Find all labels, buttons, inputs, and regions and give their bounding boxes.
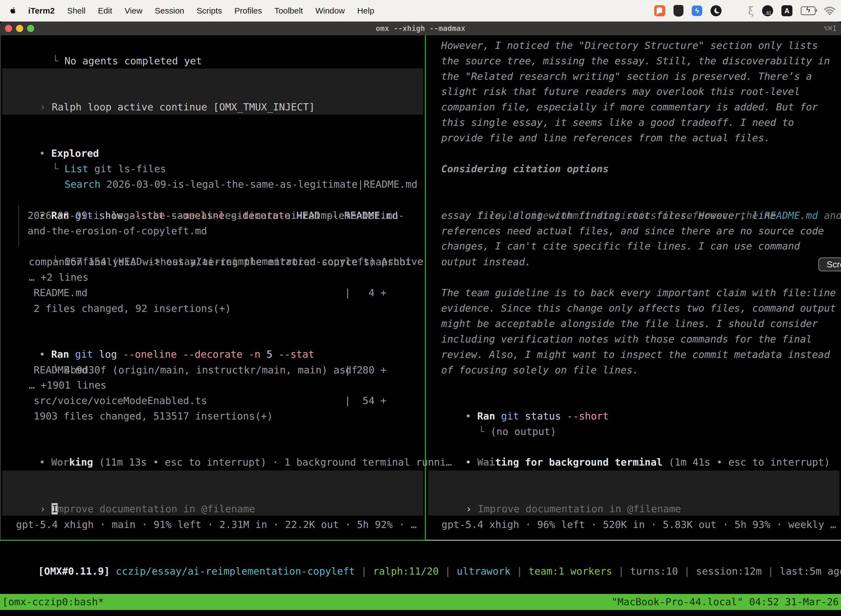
left-prompt-line[interactable]: › Improve documentation in @filename <box>4 486 255 501</box>
waiting-detail: (1m 41s • esc to interrupt) <box>662 456 830 468</box>
working-shimmer-dim: Wor <box>51 456 69 468</box>
ran-git-show-line: • Ran git show --stat --oneline --decora… <box>3 192 398 208</box>
log-output-line-1: └ 4b9d30f (origin/main, instructkr/main,… <box>16 347 357 362</box>
menu-item-iterm2[interactable]: iTerm2 <box>28 6 55 15</box>
working-detail: (11m 13s • esc to interrupt) · 1 backgro… <box>93 456 452 468</box>
menu-item-scripts[interactable]: Scripts <box>197 6 222 15</box>
wifi-icon[interactable] <box>824 6 835 15</box>
left-pane-bottom-border <box>0 540 425 541</box>
no-agents-text: No agents completed yet <box>64 55 202 66</box>
thinking-p3-line4: including verification notes with those … <box>441 331 812 347</box>
separator: | <box>510 566 528 577</box>
separator: | <box>678 566 696 577</box>
show-more-lines: … +2 lines <box>29 270 89 285</box>
omx-ralph-counter: ralph:11/20 <box>373 566 439 577</box>
no-output-text: (no output) <box>490 426 556 437</box>
search-verb: Search <box>64 179 100 190</box>
separator: | <box>355 566 373 577</box>
prompt-chevron-icon: › <box>466 503 478 515</box>
ran-git-status-line: • Ran git status --short <box>429 393 609 408</box>
explored-header-line: • Explored <box>3 130 99 146</box>
tmux-host-clock: "MacBook-Pro-44.local" 04:52 31-Mar-26 <box>611 594 839 610</box>
ran-git-log-line: • Ran git log --oneline --decorate -n 5 … <box>3 331 314 347</box>
log-more-lines: … +1901 lines <box>29 378 107 393</box>
menu-item-window[interactable]: Window <box>315 6 345 15</box>
omx-turns: turns:10 <box>630 566 678 577</box>
menu-item-help[interactable]: Help <box>357 6 374 15</box>
show-output-line-1: └ 067f154 (HEAD -> essay/ai-reimplementa… <box>16 238 423 254</box>
thinking-p1-line6: this single essay, it seems like a good … <box>441 115 794 130</box>
search-args: 2026-03-09-is-legal-the-same-as-legitima… <box>100 179 418 190</box>
input-source-icon[interactable]: A <box>781 5 793 16</box>
bullet-icon: • <box>39 456 51 468</box>
no-output-line: └ (no output) <box>442 408 556 424</box>
tmux-window-name[interactable]: [omx-cczip0:bash* <box>2 594 104 610</box>
right-prompt-line[interactable]: › Improve documentation in @filename <box>430 486 681 501</box>
left-session-status: gpt-5.4 xhigh · main · 91% left · 2.31M … <box>16 517 417 532</box>
squiggle-icon[interactable]: ξ <box>748 5 754 17</box>
pane-left-edge <box>0 35 1 541</box>
thinking-p1-line4: slight risk that future readers may over… <box>441 84 800 99</box>
omx-last-activity: last:5m ago <box>780 566 841 577</box>
thinking-p2-line4: changes, I can't cite specific file line… <box>441 238 800 254</box>
right-session-status: gpt-5.4 xhigh · 96% left · 520K in · 5.8… <box>441 517 836 532</box>
thinking-p2-line5: output instead. <box>441 254 531 270</box>
bolt-app-icon[interactable]: ϟ <box>692 6 702 16</box>
thinking-p2-line3: references need actual files, and since … <box>441 223 824 239</box>
p2-text-b: and <box>818 210 841 221</box>
right-input-placeholder: Improve documentation in @filename <box>478 503 681 515</box>
thinking-p2-line2: essay file, along with finding root file… <box>441 208 776 223</box>
tmux-status-bar: [omx-cczip0:bash* "MacBook-Pro-44.local"… <box>0 594 841 610</box>
right-pane-bottom-border <box>426 540 841 541</box>
omx-session-time: session:12m <box>696 566 762 577</box>
menu-item-toolbelt[interactable]: Toolbelt <box>274 6 303 15</box>
terminal-content[interactable]: └ No agents completed yet › Ralph loop a… <box>0 35 841 616</box>
prompt-chevron-icon: › <box>40 503 51 515</box>
thinking-p3-line3: might be acceptable alongside the file l… <box>441 316 818 331</box>
omx-version: [OMX#0.11.9] <box>38 566 116 577</box>
badge-61-icon[interactable]: ..61 <box>762 5 773 16</box>
chat-bubble-icon[interactable] <box>654 5 665 16</box>
menubar-status-icons: ϟ ξ ..61 A ϟ <box>654 0 835 22</box>
screen-indicator-chip[interactable]: Scre <box>818 258 841 271</box>
menu-item-profiles[interactable]: Profiles <box>234 6 262 15</box>
menu-item-session[interactable]: Session <box>155 6 184 15</box>
omx-worktree-path: cczip/essay/ai-reimplementation-copyleft <box>116 566 355 577</box>
log-summary-line: 1903 files changed, 513517 insertions(+) <box>34 408 273 424</box>
menu-item-view[interactable]: View <box>125 6 142 15</box>
thinking-p3-line2: evidence. Since this change only affects… <box>441 301 836 316</box>
omx-status-line: [OMX#0.11.9] cczip/essay/ai-reimplementa… <box>2 548 841 563</box>
explored-list-line: └ List git ls-files <box>16 146 166 161</box>
thinking-p3-line1: The team guideline is to back every impo… <box>441 285 836 301</box>
thinking-p1-line1: However, I noticed the "Directory Struct… <box>441 38 818 53</box>
apple-menu-icon[interactable] <box>9 7 16 15</box>
menu-item-edit[interactable]: Edit <box>98 6 112 15</box>
working-shimmer-bright: king <box>69 456 93 468</box>
explored-search-line: Search 2026-03-09-is-legal-the-same-as-l… <box>29 161 418 177</box>
no-agents-line: └ No agents completed yet <box>16 38 202 53</box>
bullet-icon: • <box>465 456 477 468</box>
thinking-p1-line5: companion file, especially if more comme… <box>441 99 818 115</box>
battery-icon[interactable]: ϟ <box>801 6 816 15</box>
show-filename-line-1: 2026-03-09-is-legal-the-same-as-legitima… <box>28 208 404 223</box>
dots-grid-icon[interactable] <box>730 6 740 16</box>
show-stat-line: README.md | 4 + <box>34 285 387 301</box>
grid-shield-icon[interactable] <box>674 5 683 16</box>
iterm-window: omx --xhigh --madmax ⌥⌘1 └ No agents com… <box>0 22 841 616</box>
log-stat-line-2: src/voice/voiceModeEnabled.ts | 54 + <box>34 393 387 408</box>
menu-item-shell[interactable]: Shell <box>67 6 85 15</box>
ralph-loop-line: › Ralph loop active continue [OMX_TMUX_I… <box>4 84 315 99</box>
log-stat-line-1: README.md | 280 + <box>34 362 387 378</box>
omx-mode: ultrawork <box>457 566 510 577</box>
window-title: omx --xhigh --madmax <box>0 22 841 35</box>
thinking-p3-line6: of focusing solely on file lines. <box>441 362 639 378</box>
show-filename-line-2: and-the-erosion-of-copyleft.md <box>28 223 207 239</box>
left-input-placeholder: mprove documentation in @filename <box>58 503 255 515</box>
thinking-p1-line2: the source tree, missing the essay. Stil… <box>441 53 830 69</box>
separator: | <box>439 566 457 577</box>
tree-corner-glyph: └ <box>53 55 64 66</box>
waiting-shimmer-bright: ting for background terminal <box>495 456 662 468</box>
crescent-icon[interactable] <box>711 5 722 16</box>
window-titlebar[interactable]: omx --xhigh --madmax ⌥⌘1 <box>0 22 841 35</box>
menu-bar: iTerm2 Shell Edit View Session Scripts P… <box>0 0 841 22</box>
